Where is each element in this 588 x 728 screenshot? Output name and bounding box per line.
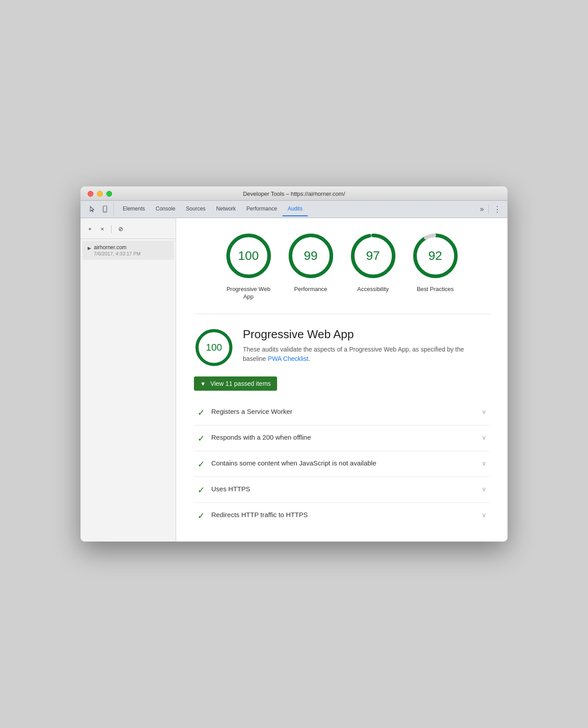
score-label-performance: Performance: [294, 286, 327, 293]
sidebar-toolbar: + × ⊘: [81, 222, 176, 239]
tab-elements[interactable]: Elements: [117, 202, 150, 216]
scores-row: 100 Progressive Web App 99 Performance: [194, 231, 490, 315]
pwa-description: These audits validate the aspects of a P…: [243, 345, 465, 364]
score-value-performance: 99: [304, 249, 318, 263]
audit-label-http-redirect: Redirects HTTP traffic to HTTPS: [211, 510, 475, 519]
score-value-best-practices: 92: [428, 249, 442, 263]
pwa-header-text: Progressive Web App These audits validat…: [243, 328, 465, 364]
check-icon-http-redirect: ✓: [197, 510, 205, 521]
chevron-icon-offline-200: ∨: [482, 434, 486, 441]
tab-audits[interactable]: Audits: [282, 202, 308, 216]
tab-network[interactable]: Network: [211, 202, 241, 216]
mobile-icon[interactable]: [100, 204, 110, 214]
score-best-practices: 92 Best Practices: [411, 231, 460, 301]
score-accessibility: 97 Accessibility: [349, 231, 398, 301]
tab-separator: [488, 205, 489, 214]
score-label-pwa: Progressive Web App: [226, 286, 271, 301]
maximize-button[interactable]: [106, 191, 112, 197]
pwa-desc-after: .: [308, 355, 310, 362]
passed-items-label: View 11 passed items: [210, 380, 271, 387]
browser-window: Developer Tools – https://airhorner.com/…: [81, 186, 507, 542]
window-title: Developer Tools – https://airhorner.com/: [243, 190, 345, 197]
minimize-button[interactable]: [97, 191, 103, 197]
cursor-icon[interactable]: [88, 204, 97, 214]
score-pwa: 100 Progressive Web App: [224, 231, 273, 301]
score-value-accessibility: 97: [366, 249, 380, 263]
toggle-triangle-icon: ▼: [200, 380, 206, 387]
pwa-section: 100 Progressive Web App These audits val…: [194, 328, 490, 528]
pwa-header: 100 Progressive Web App These audits val…: [194, 328, 490, 368]
audit-item-https[interactable]: ✓ Uses HTTPS ∨: [194, 477, 490, 503]
audit-label-service-worker: Registers a Service Worker: [211, 407, 475, 416]
pwa-detail-score: 100: [206, 342, 222, 353]
audit-label-https: Uses HTTPS: [211, 484, 475, 493]
audit-list: ✓ Registers a Service Worker ∨ ✓ Respond…: [194, 400, 490, 528]
sidebar-item-subtitle: 7/6/2017, 4:33:17 PM: [94, 251, 141, 256]
chevron-icon-http-redirect: ∨: [482, 511, 486, 518]
pwa-detail-circle: 100: [194, 328, 234, 368]
score-label-accessibility: Accessibility: [357, 286, 389, 293]
audit-item-no-js[interactable]: ✓ Contains some content when JavaScript …: [194, 451, 490, 477]
add-audit-button[interactable]: +: [85, 224, 95, 234]
audit-item-offline-200[interactable]: ✓ Responds with a 200 when offline ∨: [194, 425, 490, 451]
tab-more-button[interactable]: »: [477, 202, 487, 217]
check-icon-service-worker: ✓: [197, 407, 205, 418]
traffic-lights: [88, 191, 112, 197]
score-circle-pwa: 100: [224, 231, 273, 280]
audit-label-no-js: Contains some content when JavaScript is…: [211, 458, 475, 468]
sidebar-item-title: airhorner.com: [94, 244, 141, 251]
expand-icon: ▶: [88, 246, 91, 251]
pwa-title: Progressive Web App: [243, 328, 465, 341]
check-icon-no-js: ✓: [197, 459, 205, 469]
score-circle-best-practices: 92: [411, 231, 460, 280]
check-icon-offline-200: ✓: [197, 433, 205, 444]
tab-console[interactable]: Console: [150, 202, 181, 216]
tab-sources[interactable]: Sources: [181, 202, 211, 216]
chevron-icon-https: ∨: [482, 485, 486, 493]
audit-item-service-worker[interactable]: ✓ Registers a Service Worker ∨: [194, 400, 490, 425]
chevron-icon-service-worker: ∨: [482, 408, 486, 415]
passed-items-toggle[interactable]: ▼ View 11 passed items: [194, 376, 277, 391]
chevron-icon-no-js: ∨: [482, 460, 486, 467]
score-value-pwa: 100: [238, 249, 259, 263]
block-button[interactable]: ⊘: [116, 224, 125, 234]
sidebar-item-content: airhorner.com 7/6/2017, 4:33:17 PM: [94, 244, 141, 256]
sidebar-item-airhorner[interactable]: ▶ airhorner.com 7/6/2017, 4:33:17 PM: [82, 241, 174, 260]
score-label-best-practices: Best Practices: [417, 286, 454, 293]
main-layout: + × ⊘ ▶ airhorner.com 7/6/2017, 4:33:17 …: [81, 218, 507, 542]
tab-bar: Elements Console Sources Network Perform…: [81, 201, 507, 218]
score-circle-performance: 99: [286, 231, 335, 280]
check-icon-https: ✓: [197, 485, 205, 495]
svg-point-1: [105, 211, 105, 212]
main-content: 100 Progressive Web App 99 Performance: [176, 218, 507, 542]
title-bar: Developer Tools – https://airhorner.com/: [81, 186, 507, 201]
tab-navigation: Elements Console Sources Network Perform…: [117, 202, 477, 216]
score-performance: 99 Performance: [286, 231, 335, 301]
close-button[interactable]: [88, 191, 93, 197]
audit-label-offline-200: Responds with a 200 when offline: [211, 433, 475, 442]
tab-performance[interactable]: Performance: [241, 202, 282, 216]
devtools-icons: [84, 202, 114, 217]
tab-menu-button[interactable]: ⋮: [491, 201, 504, 218]
close-audit-button[interactable]: ×: [97, 224, 107, 234]
audit-item-http-redirect[interactable]: ✓ Redirects HTTP traffic to HTTPS ∨: [194, 503, 490, 528]
score-circle-accessibility: 97: [349, 231, 398, 280]
toolbar-divider: [111, 225, 112, 233]
sidebar: + × ⊘ ▶ airhorner.com 7/6/2017, 4:33:17 …: [81, 218, 176, 542]
pwa-checklist-link[interactable]: PWA Checklist: [268, 355, 308, 362]
